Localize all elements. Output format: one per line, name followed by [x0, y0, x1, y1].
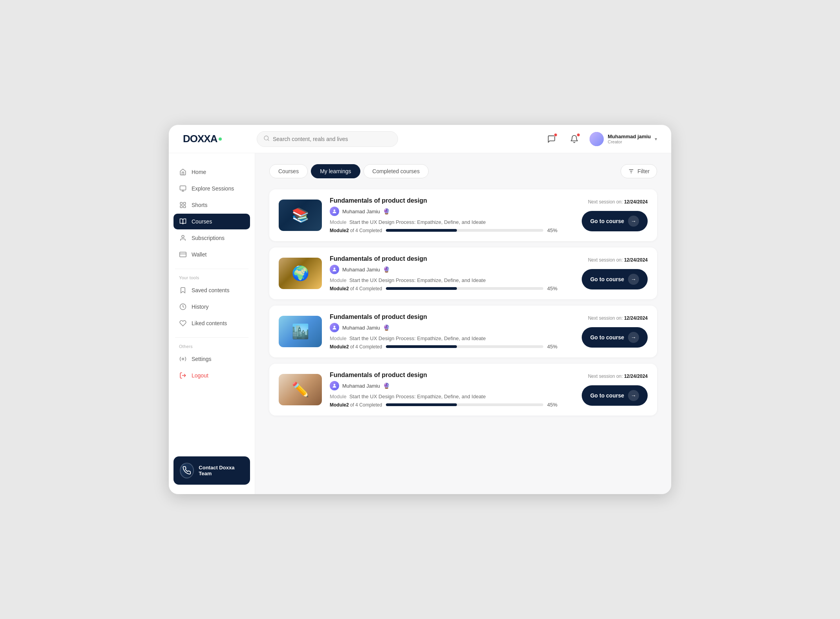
others-section-label: Others — [169, 344, 255, 349]
filter-icon — [628, 168, 634, 174]
course-info: Fundamentals of product design Muhamad J… — [330, 313, 561, 350]
course-right: Next session on: 12/24/2024 Go to course… — [569, 257, 648, 289]
instructor-name: Muhamad Jamiu — [342, 267, 380, 273]
search-bar[interactable] — [257, 131, 398, 147]
sidebar-item-label: Shorts — [192, 202, 207, 208]
progress-percent: 45% — [547, 344, 561, 350]
logout-icon — [179, 372, 187, 379]
go-to-course-button[interactable]: Go to course → — [582, 269, 648, 289]
sidebar-item-settings[interactable]: Settings — [173, 351, 250, 367]
tab-completed-courses[interactable]: Completed courses — [363, 164, 429, 178]
progress-percent: 45% — [547, 227, 561, 233]
svg-point-13 — [182, 358, 184, 360]
sidebar-item-history[interactable]: History — [173, 299, 250, 315]
user-name: Muhammad jamiu — [608, 134, 651, 139]
header: DOXXA — [169, 125, 671, 153]
module-completed: Module2 of 4 Completed — [330, 344, 382, 350]
progress-bar — [386, 287, 543, 290]
course-right: Next session on: 12/24/2024 Go to course… — [569, 374, 648, 406]
sidebar-nav: Home Explore Sessions Shorts — [169, 164, 255, 262]
messages-button[interactable] — [544, 132, 559, 147]
thumbnail-illustration: ✏️ — [292, 383, 309, 397]
contact-label: Contact Doxxa Team — [199, 465, 244, 476]
course-title: Fundamentals of product design — [330, 197, 561, 204]
svg-point-21 — [334, 384, 336, 386]
progress-bar — [386, 229, 543, 232]
course-card: ✏️ Fundamentals of product design Muhama… — [269, 364, 657, 416]
filter-label: Filter — [637, 168, 650, 174]
contact-card[interactable]: Contact Doxxa Team — [173, 456, 250, 485]
sidebar-item-liked-contents[interactable]: Liked contents — [173, 315, 250, 331]
sidebar-item-explore-sessions[interactable]: Explore Sessions — [173, 181, 250, 196]
sidebar-item-courses[interactable]: Courses — [173, 214, 250, 229]
course-progress-row: Module2 of 4 Completed 45% — [330, 227, 561, 233]
sidebar-item-label: History — [192, 304, 209, 310]
course-title: Fundamentals of product design — [330, 313, 561, 320]
course-title: Fundamentals of product design — [330, 255, 561, 262]
go-to-course-button[interactable]: Go to course → — [582, 211, 648, 231]
svg-point-20 — [334, 326, 336, 328]
tabs-row: Courses My learnings Completed courses F… — [269, 164, 657, 178]
divider-2 — [175, 337, 248, 338]
arrow-icon: → — [628, 390, 639, 401]
divider-1 — [175, 269, 248, 269]
next-session: Next session on: 12/24/2024 — [588, 199, 648, 205]
course-module: Module Start the UX Design Process: Empa… — [330, 335, 561, 341]
course-title: Fundamentals of product design — [330, 372, 561, 379]
svg-rect-5 — [180, 202, 182, 204]
tab-courses[interactable]: Courses — [269, 164, 308, 178]
instructor-name: Muhamad Jamiu — [342, 325, 380, 331]
user-profile[interactable]: Muhammad jamiu Creator ▾ — [590, 132, 657, 146]
instructor-badge: 🔮 — [383, 208, 390, 214]
course-right: Next session on: 12/24/2024 Go to course… — [569, 315, 648, 348]
sidebar-item-label: Saved contents — [192, 287, 230, 293]
sidebar-item-home[interactable]: Home — [173, 164, 250, 180]
svg-line-1 — [268, 139, 269, 141]
sidebar-item-wallet[interactable]: Wallet — [173, 247, 250, 262]
svg-rect-8 — [184, 206, 186, 208]
svg-point-19 — [334, 267, 336, 269]
arrow-icon: → — [628, 332, 639, 343]
course-module: Module Start the UX Design Process: Empa… — [330, 219, 561, 225]
instructor-avatar — [330, 381, 339, 390]
search-icon — [263, 135, 270, 143]
courses-icon — [179, 218, 187, 225]
instructor-name: Muhamad Jamiu — [342, 209, 380, 214]
svg-rect-2 — [180, 186, 186, 190]
course-progress-row: Module2 of 4 Completed 45% — [330, 344, 561, 350]
sidebar-item-logout[interactable]: Logout — [173, 368, 250, 383]
sidebar-item-label: Logout — [192, 372, 208, 379]
svg-point-18 — [334, 209, 336, 211]
progress-fill — [386, 403, 457, 406]
instructor-name: Muhamad Jamiu — [342, 383, 380, 389]
sidebar-item-shorts[interactable]: Shorts — [173, 197, 250, 213]
settings-icon — [179, 355, 187, 363]
user-text: Muhammad jamiu Creator — [608, 134, 651, 144]
search-input[interactable] — [273, 136, 391, 142]
notifications-button[interactable] — [567, 132, 582, 147]
instructor-avatar — [330, 323, 339, 332]
progress-bar — [386, 345, 543, 348]
instructor-badge: 🔮 — [383, 266, 390, 273]
filter-button[interactable]: Filter — [621, 164, 657, 178]
go-to-course-button[interactable]: Go to course → — [582, 327, 648, 348]
module-completed: Module2 of 4 Completed — [330, 286, 382, 291]
explore-icon — [179, 185, 187, 192]
home-icon — [179, 168, 187, 176]
sidebar-item-label: Courses — [192, 218, 212, 225]
user-role: Creator — [608, 139, 651, 144]
saved-icon — [179, 286, 187, 294]
course-card: 🏙️ Fundamentals of product design Muhama… — [269, 306, 657, 357]
go-to-course-button[interactable]: Go to course → — [582, 385, 648, 406]
sidebar-item-subscriptions[interactable]: Subscriptions — [173, 230, 250, 246]
sidebar-item-label: Home — [192, 169, 206, 175]
thumbnail-illustration: 📚 — [292, 208, 309, 222]
sidebar-item-label: Wallet — [192, 251, 206, 258]
sidebar-item-saved-contents[interactable]: Saved contents — [173, 282, 250, 298]
progress-fill — [386, 287, 457, 290]
course-module: Module Start the UX Design Process: Empa… — [330, 394, 561, 399]
sidebar-item-label: Subscriptions — [192, 235, 225, 241]
course-card: 📚 Fundamentals of product design Muhamad… — [269, 189, 657, 241]
instructor-badge: 🔮 — [383, 383, 390, 389]
tab-my-learnings[interactable]: My learnings — [311, 164, 360, 178]
